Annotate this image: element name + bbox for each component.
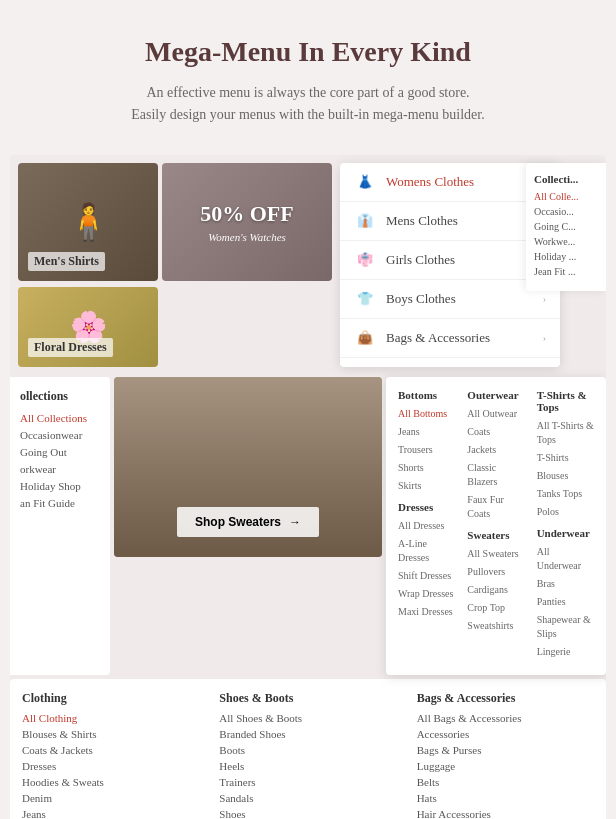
mens-shirt-label: Men's Shirts — [28, 252, 105, 271]
collection-link-3[interactable]: Workwe... — [534, 236, 598, 247]
link-jackets[interactable]: Jackets — [467, 443, 524, 457]
header-subtitle: An effective menu is always the core par… — [40, 82, 576, 127]
link-sweatshirts[interactable]: Sweatshirts — [467, 619, 524, 633]
link-shapewear[interactable]: Shapewear & Slips — [537, 613, 594, 641]
bottom-nav: Clothing All Clothing Blouses & Shirts C… — [10, 679, 606, 819]
nav-col-clothing: Clothing All Clothing Blouses & Shirts C… — [22, 691, 199, 819]
collection-link-2[interactable]: Going C... — [534, 221, 598, 232]
link-wrap[interactable]: Wrap Dresses — [398, 587, 455, 601]
chevron-icon-3: › — [543, 293, 546, 304]
promo-card[interactable]: 50% OFF Women's Watches — [162, 163, 332, 281]
header-section: Mega-Menu In Every Kind An effective men… — [0, 0, 616, 155]
nav-coats-jackets[interactable]: Coats & Jackets — [22, 744, 199, 756]
collection-link-0[interactable]: All Colle... — [534, 191, 598, 202]
nav-heels[interactable]: Heels — [219, 760, 396, 772]
sweater-btn-wrap: Shop Sweaters → — [177, 507, 319, 537]
promo-text: Women's Watches — [208, 231, 286, 243]
collection-panel-title: Collecti... — [534, 173, 598, 185]
link-aline[interactable]: A-Line Dresses — [398, 537, 455, 565]
floral-label: Floral Dresses — [28, 338, 113, 357]
link-classic-blazers[interactable]: Classic Blazers — [467, 461, 524, 489]
link-crop-top[interactable]: Crop Top — [467, 601, 524, 615]
nav-hats[interactable]: Hats — [417, 792, 594, 804]
chevron-icon-4: › — [543, 332, 546, 343]
collections-all[interactable]: All Collections — [20, 412, 100, 424]
nav-bags-purses[interactable]: Bags & Purses — [417, 744, 594, 756]
hanger-icon: 👗 — [354, 173, 376, 191]
top-panel: 🧍 Men's Shirts 50% OFF Women's Watches 🌸… — [10, 155, 606, 375]
nav-trainers[interactable]: Trainers — [219, 776, 396, 788]
collections-holiday[interactable]: Holiday Shop — [20, 480, 100, 492]
nav-all-bags[interactable]: All Bags & Accessories — [417, 712, 594, 724]
nav-denim[interactable]: Denim — [22, 792, 199, 804]
link-pullovers[interactable]: Pullovers — [467, 565, 524, 579]
link-jeans[interactable]: Jeans — [398, 425, 455, 439]
nav-dresses[interactable]: Dresses — [22, 760, 199, 772]
nav-belts[interactable]: Belts — [417, 776, 594, 788]
floral-card[interactable]: 🌸 Floral Dresses — [18, 287, 158, 367]
link-all-sweaters[interactable]: All Sweaters — [467, 547, 524, 561]
collection-link-5[interactable]: Jean Fit ... — [534, 266, 598, 277]
nav-hoodies[interactable]: Hoodies & Sweats — [22, 776, 199, 788]
mens-shirt-card[interactable]: 🧍 Men's Shirts — [18, 163, 158, 281]
bag-icon: 👜 — [354, 329, 376, 347]
link-cardigans[interactable]: Cardigans — [467, 583, 524, 597]
link-skirts[interactable]: Skirts — [398, 479, 455, 493]
link-all-outwear[interactable]: All Outwear — [467, 407, 524, 421]
collections-occasion[interactable]: Occasionwear — [20, 429, 100, 441]
nav-luggage[interactable]: Luggage — [417, 760, 594, 772]
link-tanks[interactable]: Tanks Tops — [537, 487, 594, 501]
big-col-tshirts: T-Shirts & Tops All T-Shirts & Tops T-Sh… — [537, 389, 594, 663]
link-maxi[interactable]: Maxi Dresses — [398, 605, 455, 619]
nav-accessories[interactable]: Accessories — [417, 728, 594, 740]
nav-sandals[interactable]: Sandals — [219, 792, 396, 804]
big-dropdown: Bottoms All Bottoms Jeans Trousers Short… — [386, 377, 606, 675]
collections-fit-guide[interactable]: an Fit Guide — [20, 497, 100, 509]
collection-panel: Collecti... All Colle... Occasio... Goin… — [526, 163, 606, 291]
collections-panel: ollections All Collections Occasionwear … — [10, 377, 110, 675]
nav-all-clothing[interactable]: All Clothing — [22, 712, 199, 724]
link-bras[interactable]: Bras — [537, 577, 594, 591]
nav-jeans[interactable]: Jeans — [22, 808, 199, 819]
dropdown-item-bags[interactable]: 👜 Bags & Accessories › — [340, 319, 560, 358]
dropdown-item-womens-shoes[interactable]: 👠 Womens Shoes › — [340, 358, 560, 367]
boys-shirt-icon: 👕 — [354, 290, 376, 308]
link-lingerie[interactable]: Lingerie — [537, 645, 594, 659]
image-grid: 🧍 Men's Shirts 50% OFF Women's Watches 🌸… — [10, 155, 340, 375]
link-faux-fur[interactable]: Faux Fur Coats — [467, 493, 524, 521]
link-tshirts[interactable]: T-Shirts — [537, 451, 594, 465]
nav-shoes[interactable]: Shoes — [219, 808, 396, 819]
collections-title: ollections — [20, 389, 100, 404]
nav-col-bags: Bags & Accessories All Bags & Accessorie… — [417, 691, 594, 819]
big-dropdown-cols: Bottoms All Bottoms Jeans Trousers Short… — [398, 389, 594, 663]
link-all-bottoms[interactable]: All Bottoms — [398, 407, 455, 421]
link-panties[interactable]: Panties — [537, 595, 594, 609]
link-shift[interactable]: Shift Dresses — [398, 569, 455, 583]
menu-demo: 🧍 Men's Shirts 50% OFF Women's Watches 🌸… — [10, 155, 606, 819]
big-col-bottoms: Bottoms All Bottoms Jeans Trousers Short… — [398, 389, 455, 663]
big-col-outerwear: Outerwear All Outwear Coats Jackets Clas… — [467, 389, 524, 663]
nav-hair[interactable]: Hair Accessories — [417, 808, 594, 819]
link-blouses[interactable]: Blouses — [537, 469, 594, 483]
shop-sweaters-button[interactable]: Shop Sweaters → — [177, 507, 319, 537]
dress-icon: 👘 — [354, 251, 376, 269]
promo-percent: 50% OFF — [200, 201, 294, 227]
link-all-tshirts[interactable]: All T-Shirts & Tops — [537, 419, 594, 447]
collections-workwear[interactable]: orkwear — [20, 463, 100, 475]
nav-boots[interactable]: Boots — [219, 744, 396, 756]
link-all-dresses[interactable]: All Dresses — [398, 519, 455, 533]
nav-blouses[interactable]: Blouses & Shirts — [22, 728, 199, 740]
nav-col-shoes: Shoes & Boots All Shoes & Boots Branded … — [219, 691, 396, 819]
link-shorts[interactable]: Shorts — [398, 461, 455, 475]
link-all-underwear[interactable]: All Underwear — [537, 545, 594, 573]
link-polos[interactable]: Polos — [537, 505, 594, 519]
nav-all-shoes[interactable]: All Shoes & Boots — [219, 712, 396, 724]
collection-link-1[interactable]: Occasio... — [534, 206, 598, 217]
nav-branded[interactable]: Branded Shoes — [219, 728, 396, 740]
collections-going-out[interactable]: Going Out — [20, 446, 100, 458]
link-coats[interactable]: Coats — [467, 425, 524, 439]
sweater-promo[interactable]: Shop Sweaters → — [114, 377, 382, 557]
collection-link-4[interactable]: Holiday ... — [534, 251, 598, 262]
link-trousers[interactable]: Trousers — [398, 443, 455, 457]
second-row: ollections All Collections Occasionwear … — [10, 377, 606, 675]
